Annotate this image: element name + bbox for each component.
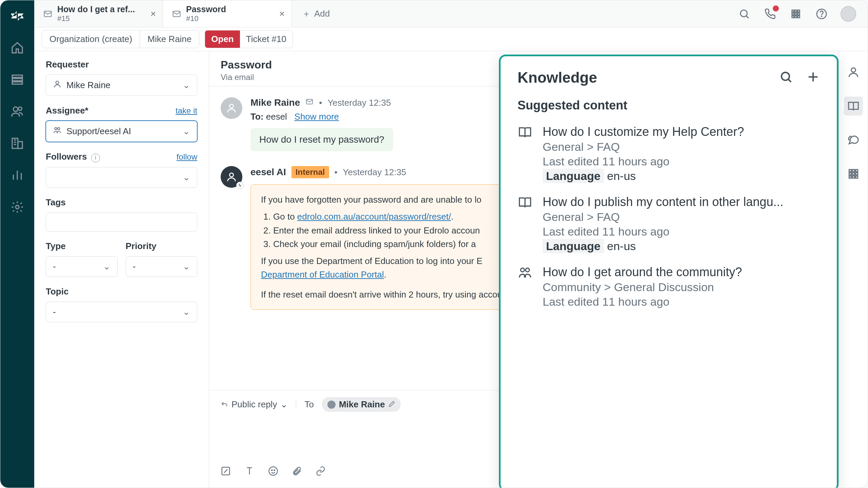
knowledge-panel: Knowledge Suggested content How do I cus… xyxy=(499,55,839,488)
text-format-icon[interactable] xyxy=(244,466,255,477)
ticket-status-badge: Open xyxy=(205,30,240,48)
context-user-button[interactable] xyxy=(844,63,863,82)
nav-reporting[interactable] xyxy=(8,166,27,185)
info-icon[interactable]: i xyxy=(91,154,100,162)
context-apps-button[interactable] xyxy=(844,164,863,183)
knowledge-item-language: Language en-us xyxy=(543,240,820,253)
message-author: Mike Raine xyxy=(250,97,300,108)
ticket-pill[interactable]: Open Ticket #10 xyxy=(205,30,292,48)
avatar[interactable] xyxy=(221,166,242,188)
knowledge-item-path: Community > General Discussion xyxy=(543,281,820,294)
link-icon[interactable] xyxy=(316,466,326,477)
show-more-link[interactable]: Show more xyxy=(295,111,339,122)
nav-admin[interactable] xyxy=(8,198,27,217)
followers-select[interactable]: ⌄ xyxy=(46,167,197,188)
context-panel-rail xyxy=(839,51,868,488)
type-label: Type xyxy=(46,241,118,251)
tab-ticket-15[interactable]: How do I get a ref... #15 × xyxy=(34,0,163,27)
priority-value: - xyxy=(133,261,136,272)
context-conversations-button[interactable] xyxy=(844,130,863,149)
reply-type-dropdown[interactable]: Public reply ⌄ xyxy=(221,399,296,410)
requester-select[interactable]: Mike Raine ⌄ xyxy=(46,75,197,96)
knowledge-item[interactable]: How do I customize my Help Center? Gener… xyxy=(518,125,820,183)
svg-rect-26 xyxy=(798,16,800,18)
knowledge-subtitle: Suggested content xyxy=(518,98,820,113)
to-value: eesel xyxy=(266,111,287,122)
follow-link[interactable]: follow xyxy=(177,152,197,162)
type-value: - xyxy=(53,261,56,272)
message-author: eesel AI xyxy=(250,167,286,178)
svg-rect-19 xyxy=(795,10,797,12)
tab-strip: How do I get a ref... #15 × Password #10… xyxy=(34,0,868,27)
tags-field: Tags xyxy=(46,197,197,231)
nav-home[interactable] xyxy=(8,38,27,57)
content-column: How do I get a ref... #15 × Password #10… xyxy=(34,0,868,488)
knowledge-item[interactable]: How do I publish my content in other lan… xyxy=(518,195,820,253)
message-time: Yesterday 12:35 xyxy=(343,167,406,178)
profile-avatar[interactable] xyxy=(841,6,856,22)
svg-point-31 xyxy=(58,127,60,130)
reset-link[interactable]: edrolo.com.au/account/password/reset/ xyxy=(297,211,451,222)
search-button[interactable] xyxy=(738,7,751,21)
knowledge-item[interactable]: How do I get around the community? Commu… xyxy=(518,265,820,308)
assignee-field: Assignee* take it Support/eesel AI ⌄ xyxy=(46,105,197,142)
emoji-icon[interactable] xyxy=(268,466,278,477)
attachment-icon[interactable] xyxy=(292,466,302,477)
assignee-value: Support/eesel AI xyxy=(66,126,131,137)
svg-rect-47 xyxy=(852,176,854,178)
compose-icon[interactable] xyxy=(221,466,231,477)
knowledge-item-edited: Last edited 11 hours ago xyxy=(543,155,820,168)
tab-subtitle: #15 xyxy=(57,14,135,23)
nav-views[interactable] xyxy=(8,70,27,89)
svg-rect-41 xyxy=(852,169,854,171)
community-icon xyxy=(518,265,532,308)
tab-subtitle: #10 xyxy=(186,14,226,23)
internal-note-tag: Internal xyxy=(291,166,329,178)
reply-to-chip[interactable]: Mike Raine xyxy=(322,397,401,412)
avatar[interactable] xyxy=(221,97,242,119)
type-select[interactable]: - ⌄ xyxy=(46,256,118,277)
breadcrumb-org[interactable]: Organization (create) xyxy=(42,30,140,48)
chevron-down-icon: ⌄ xyxy=(183,261,190,272)
knowledge-item-title: How do I customize my Help Center? xyxy=(543,125,820,139)
topic-value: - xyxy=(53,307,56,317)
add-tab-button[interactable]: ＋ Add xyxy=(292,0,340,27)
person-icon xyxy=(327,401,336,409)
add-tab-label: Add xyxy=(314,8,330,19)
assignee-select[interactable]: Support/eesel AI ⌄ xyxy=(46,121,197,142)
nav-organizations[interactable] xyxy=(8,134,27,153)
apps-grid-button[interactable] xyxy=(789,7,803,21)
zendesk-logo[interactable] xyxy=(8,6,27,25)
notification-badge xyxy=(773,5,779,12)
doe-portal-link[interactable]: Department of Education Portal xyxy=(261,269,384,280)
tags-input[interactable] xyxy=(46,212,197,231)
knowledge-search-button[interactable] xyxy=(779,70,793,85)
person-icon xyxy=(53,80,62,91)
topic-select[interactable]: - ⌄ xyxy=(46,302,197,322)
help-button[interactable] xyxy=(815,7,828,21)
knowledge-add-button[interactable] xyxy=(806,70,820,85)
knowledge-item-language: Language en-us xyxy=(543,169,820,183)
priority-select[interactable]: - ⌄ xyxy=(126,256,198,277)
close-icon[interactable]: × xyxy=(150,8,156,19)
tab-ticket-10[interactable]: Password #10 × xyxy=(163,0,292,27)
priority-field: Priority - ⌄ xyxy=(126,241,198,277)
nav-customers[interactable] xyxy=(8,102,27,121)
plus-icon: ＋ xyxy=(302,8,311,20)
type-field: Type - ⌄ xyxy=(46,241,118,277)
knowledge-item-edited: Last edited 11 hours ago xyxy=(543,225,820,238)
message-time: Yesterday 12:35 xyxy=(327,98,391,108)
priority-label: Priority xyxy=(126,241,198,251)
breadcrumb-user[interactable]: Mike Raine xyxy=(140,30,199,48)
reply-to-value: Mike Raine xyxy=(339,399,385,410)
svg-point-36 xyxy=(269,467,278,475)
context-knowledge-button[interactable] xyxy=(844,97,863,116)
phone-button[interactable] xyxy=(763,7,777,21)
topic-label: Topic xyxy=(46,286,197,297)
reply-type-label: Public reply xyxy=(231,399,277,410)
take-it-link[interactable]: take it xyxy=(176,106,197,116)
svg-rect-2 xyxy=(12,82,22,84)
svg-rect-20 xyxy=(798,10,800,12)
close-icon[interactable]: × xyxy=(279,8,285,19)
svg-line-17 xyxy=(746,16,748,18)
